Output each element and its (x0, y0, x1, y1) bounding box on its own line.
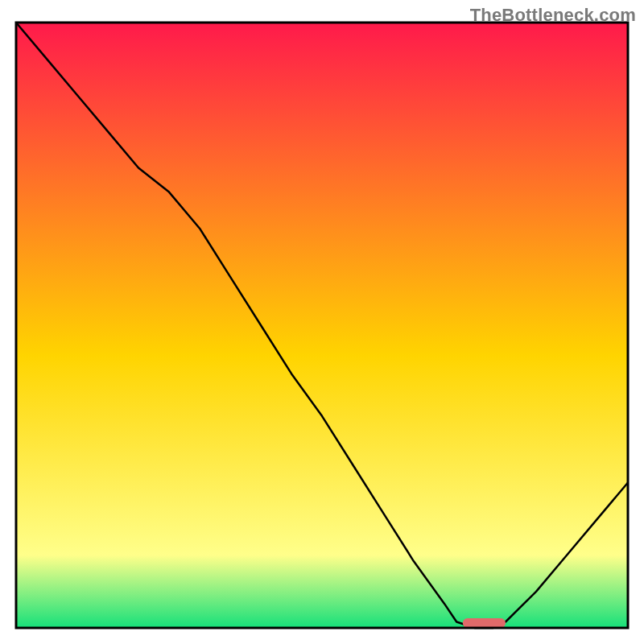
bottleneck-chart: TheBottleneck.com (0, 0, 644, 644)
chart-svg (0, 0, 644, 644)
optimal-range-marker (463, 618, 506, 628)
plot-background (16, 23, 628, 628)
watermark-text: TheBottleneck.com (470, 5, 636, 26)
